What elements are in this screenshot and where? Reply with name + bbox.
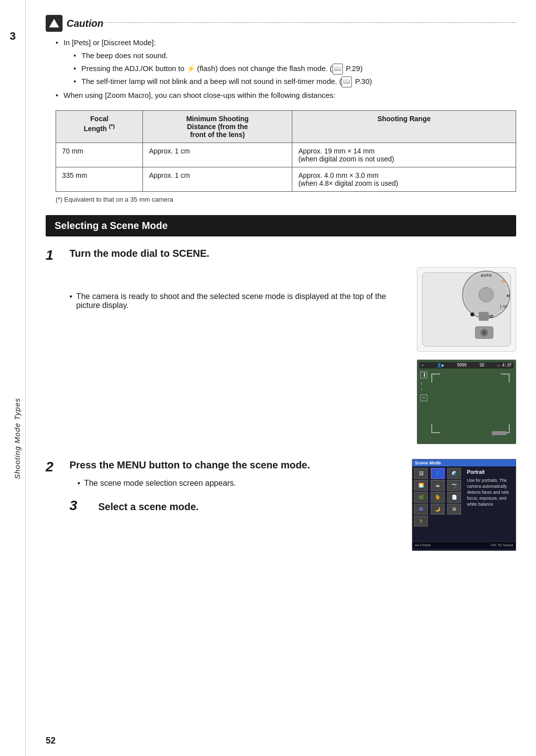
- lcd-main-area: ▐ ⊙: [419, 370, 514, 437]
- scene-mode-title: Scene Mode: [415, 460, 441, 465]
- caution-title: Caution: [67, 18, 103, 29]
- dial-illustration: AUTO 🎨 M SCENE |↑M: [417, 267, 516, 352]
- svg-point-9: [470, 312, 474, 316]
- scene-icon-8: 🐈: [431, 492, 445, 503]
- zoom-macro-table-container: FocalLength (*) Minimum ShootingDistance…: [56, 110, 516, 203]
- lcd-bracket-tl2: [431, 374, 440, 382]
- zoom-macro-table: FocalLength (*) Minimum ShootingDistance…: [56, 110, 516, 192]
- lcd-icons-left: ▐ ⊙: [419, 370, 429, 437]
- caution-item-2: When using [Zoom Macro], you can shoot c…: [56, 89, 516, 101]
- svg-text:!: !: [52, 21, 54, 27]
- lcd-icon-exposure: ▐: [420, 372, 427, 378]
- lcd-format: ☐ 4:3F: [497, 363, 512, 368]
- scene-icon-7: 🌿: [414, 492, 428, 503]
- lcd-top-bar: ⚡ 👤▶ 9999 SD ☐ 4:3F: [419, 362, 514, 369]
- lcd-illustration: ⚡ 👤▶ 9999 SD ☐ 4:3F ▐: [417, 360, 516, 444]
- step-1-body: • The camera is ready to shoot and the s…: [69, 267, 516, 352]
- lcd-battery: [492, 431, 507, 435]
- svg-text:🎨: 🎨: [501, 279, 506, 284]
- scene-mode-icons-panel: 🖼 👤 🌊 🌅 ⛰ 📷: [412, 466, 465, 541]
- scene-icon-5: ⛰: [431, 480, 445, 491]
- scene-mode-title-bar: Scene Mode: [412, 459, 516, 466]
- svg-rect-11: [479, 312, 489, 321]
- step-1-content: Turn the mode dial to SCENE. • The camer…: [69, 247, 516, 444]
- bullet-dot-2: •: [77, 479, 80, 488]
- caution-divider: [105, 22, 516, 23]
- step-2-title: Press the MENU button to change the scen…: [69, 459, 402, 471]
- scene-icon-13: 🏃: [414, 516, 428, 527]
- scene-mode-selected-name: Portrait: [467, 469, 513, 476]
- step-2-right: Scene Mode 🖼 👤 🌊: [412, 459, 516, 551]
- caution-box: ! Caution In [Pets] or [Discreet Mode]: …: [46, 15, 516, 203]
- table-footnote: (*) Equivalent to that on a 35 mm camera: [56, 196, 516, 203]
- scene-mode-description: Use for portraits. The camera automatica…: [467, 478, 513, 507]
- step-3-number: 3: [69, 498, 88, 513]
- lcd-viewfinder: [429, 370, 514, 437]
- warning-icon: !: [49, 18, 60, 29]
- cell-range-1: Approx. 19 mm × 14 mm(when digital zoom …: [292, 143, 516, 167]
- table-row: 70 mm Approx. 1 cm Approx. 19 mm × 14 mm…: [56, 143, 516, 167]
- scene-icon-3: 🌊: [447, 468, 461, 479]
- dial-svg: AUTO 🎨 M SCENE |↑M: [417, 267, 516, 352]
- cell-range-2: Approx. 4.0 mm × 3.0 mm(when 4.8× digita…: [292, 167, 516, 192]
- lcd-shot-count: 9999: [457, 363, 467, 368]
- lcd-flash-icon: ⚡: [421, 363, 424, 368]
- scene-mode-body: 🖼 👤 🌊 🌅 ⛰ 📷: [412, 466, 516, 541]
- main-content: ! Caution In [Pets] or [Discreet Mode]: …: [26, 0, 536, 756]
- lcd-bracket-tr: [501, 374, 510, 382]
- scene-icon-grid-row4: 🎆 🌙 🏛: [414, 504, 463, 515]
- step-2-left: Press the MENU button to change the scen…: [69, 459, 402, 521]
- step-3-title: Select a scene mode.: [98, 501, 199, 513]
- scene-mode-bottom-bar: ▪▪▪ Finish ⊙K To Shoot: [412, 541, 516, 548]
- step-1-dial-image: AUTO 🎨 M SCENE |↑M: [417, 267, 516, 352]
- step-1-number: 1: [46, 247, 65, 262]
- section-header: Selecting a Scene Mode: [46, 215, 516, 236]
- caution-header: ! Caution: [46, 15, 516, 32]
- scene-icon-2-selected: 👤: [431, 468, 445, 479]
- svg-point-10: [479, 287, 494, 302]
- lcd-bracket-tl: [421, 382, 428, 384]
- ref-icon-p30: 📖: [341, 76, 352, 87]
- lcd-icon-bottom: ⊙: [420, 394, 427, 401]
- step-2-content: Press the MENU button to change the scen…: [69, 459, 516, 551]
- col-min-shooting: Minimum ShootingDistance (from thefront …: [143, 111, 292, 143]
- scene-icon-4: 🌅: [414, 480, 428, 491]
- step-2-subitem-text-1: The scene mode selection screen appears.: [84, 479, 236, 488]
- scene-icon-11: 🌙: [431, 504, 445, 515]
- col-focal: FocalLength (*): [56, 111, 143, 143]
- scene-icon-grid-row1: 🖼 👤 🌊: [414, 468, 463, 479]
- step-2: 2 Press the MENU button to change the sc…: [46, 459, 516, 551]
- lcd-bracket-bl2: [431, 424, 440, 433]
- caution-subitems: The beep does not sound. Pressing the AD…: [64, 50, 516, 87]
- svg-text:AUTO: AUTO: [480, 273, 491, 278]
- caution-content: In [Pets] or [Discreet Mode]: The beep d…: [46, 37, 516, 101]
- chapter-label: Shooting Mode Types: [13, 398, 21, 479]
- step-2-number: 2: [46, 459, 65, 474]
- step-1-text: • The camera is ready to shoot and the s…: [69, 267, 407, 310]
- scene-icon-1: 🖼: [414, 468, 428, 479]
- scene-icon-grid-row5: 🏃: [414, 516, 463, 527]
- table-row: 335 mm Approx. 1 cm Approx. 4.0 mm × 3.0…: [56, 167, 516, 192]
- step-1-title: Turn the mode dial to SCENE.: [69, 247, 516, 259]
- cell-min-1: Approx. 1 cm: [143, 143, 292, 167]
- scene-mode-shoot-btn: ⊙K To Shoot: [490, 543, 513, 547]
- step-3-header: 3 Select a scene mode.: [69, 498, 402, 521]
- side-tab: 3 Shooting Mode Types: [0, 0, 26, 756]
- svg-text:|↑M: |↑M: [500, 304, 507, 309]
- page-number: 52: [46, 736, 56, 746]
- scene-icon-grid-row3: 🌿 🐈 📄: [414, 492, 463, 503]
- caution-icon: !: [46, 15, 63, 32]
- step-2-subitems: • The scene mode selection screen appear…: [77, 479, 402, 488]
- col-shooting-range: Shooting Range: [292, 111, 516, 143]
- caution-item-1: In [Pets] or [Discreet Mode]: The beep d…: [56, 37, 516, 87]
- caution-subitem-3: The self-timer lamp will not blink and a…: [73, 76, 516, 87]
- scene-mode-finish-btn: ▪▪▪ Finish: [415, 543, 431, 547]
- step-2-subitem-1: • The scene mode selection screen appear…: [77, 479, 402, 488]
- step-2-body: Press the MENU button to change the scen…: [69, 459, 516, 551]
- caution-subitem-1: The beep does not sound.: [73, 50, 516, 62]
- scene-icon-9: 📄: [447, 492, 461, 503]
- scene-mode-illustration: Scene Mode 🖼 👤 🌊: [412, 459, 516, 551]
- step-1-lcd-container: ⚡ 👤▶ 9999 SD ☐ 4:3F ▐: [69, 360, 516, 444]
- lcd-sd-icon: SD: [479, 363, 484, 368]
- step-1-body-text: The camera is ready to shoot and the sel…: [76, 292, 407, 310]
